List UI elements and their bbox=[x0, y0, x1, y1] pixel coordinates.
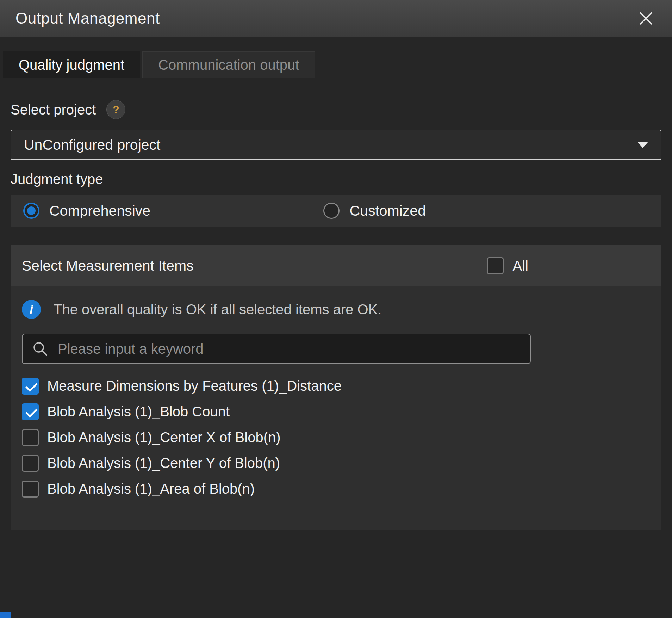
tab-quality-judgment[interactable]: Quality judgment bbox=[3, 51, 140, 78]
search-icon bbox=[32, 340, 49, 357]
radio-comprehensive-label: Comprehensive bbox=[49, 203, 150, 219]
keyword-search-box bbox=[22, 334, 531, 364]
item-label: Blob Analysis (1)_Center X of Blob(n) bbox=[47, 429, 281, 445]
measurement-section-header: Select Measurement Items All bbox=[11, 245, 661, 286]
select-project-row: Select project ? bbox=[11, 100, 661, 119]
radio-icon bbox=[323, 203, 340, 219]
search-input[interactable] bbox=[58, 341, 521, 357]
select-all-label: All bbox=[513, 258, 528, 274]
item-label: Blob Analysis (1)_Blob Count bbox=[47, 404, 230, 420]
chevron-down-icon bbox=[637, 142, 648, 148]
info-message: The overall quality is OK if all selecte… bbox=[54, 302, 381, 317]
item-checkbox[interactable] bbox=[22, 378, 39, 395]
project-dropdown-value: UnConfigured project bbox=[24, 137, 160, 153]
item-label: Blob Analysis (1)_Area of Blob(n) bbox=[47, 481, 255, 497]
radio-customized[interactable]: Customized bbox=[323, 203, 425, 219]
measurement-list-item[interactable]: Blob Analysis (1)_Center Y of Blob(n) bbox=[22, 450, 650, 476]
item-checkbox[interactable] bbox=[22, 403, 39, 420]
judgment-type-label: Judgment type bbox=[11, 171, 661, 187]
close-button[interactable] bbox=[635, 8, 657, 29]
tab-bar: Quality judgment Communication output bbox=[0, 51, 672, 78]
judgment-type-options: Comprehensive Customized bbox=[11, 195, 661, 227]
info-icon: i bbox=[22, 300, 41, 319]
item-checkbox[interactable] bbox=[22, 455, 39, 472]
measurement-section-title: Select Measurement Items bbox=[22, 258, 194, 274]
measurement-list-item[interactable]: Blob Analysis (1)_Center X of Blob(n) bbox=[22, 425, 650, 450]
radio-comprehensive[interactable]: Comprehensive bbox=[23, 203, 323, 219]
measurement-list: Measure Dimensions by Features (1)_Dista… bbox=[22, 373, 650, 502]
title-bar: Output Management bbox=[0, 0, 672, 37]
close-icon bbox=[638, 11, 654, 26]
measurement-list-item[interactable]: Blob Analysis (1)_Area of Blob(n) bbox=[22, 476, 650, 502]
item-label: Measure Dimensions by Features (1)_Dista… bbox=[47, 378, 342, 394]
output-management-dialog: Output Management Quality judgment Commu… bbox=[0, 0, 672, 530]
radio-icon bbox=[23, 203, 39, 219]
measurement-list-item[interactable]: Blob Analysis (1)_Blob Count bbox=[22, 399, 650, 425]
measurement-panel: i The overall quality is OK if all selec… bbox=[11, 286, 661, 530]
item-label: Blob Analysis (1)_Center Y of Blob(n) bbox=[47, 455, 280, 471]
measurement-list-item[interactable]: Measure Dimensions by Features (1)_Dista… bbox=[22, 373, 650, 399]
item-checkbox[interactable] bbox=[22, 429, 39, 446]
item-checkbox[interactable] bbox=[22, 481, 39, 498]
select-all-checkbox[interactable] bbox=[487, 257, 504, 274]
select-project-label: Select project bbox=[11, 102, 96, 118]
bottom-left-accent bbox=[0, 612, 11, 618]
dialog-title: Output Management bbox=[15, 10, 160, 27]
dialog-content: Select project ? UnConfigured project Ju… bbox=[0, 100, 672, 530]
help-icon[interactable]: ? bbox=[106, 100, 125, 119]
info-row: i The overall quality is OK if all selec… bbox=[22, 300, 650, 319]
project-dropdown[interactable]: UnConfigured project bbox=[11, 130, 661, 160]
tab-communication-output[interactable]: Communication output bbox=[142, 51, 315, 78]
radio-customized-label: Customized bbox=[349, 203, 425, 219]
select-all-group[interactable]: All bbox=[487, 257, 528, 274]
